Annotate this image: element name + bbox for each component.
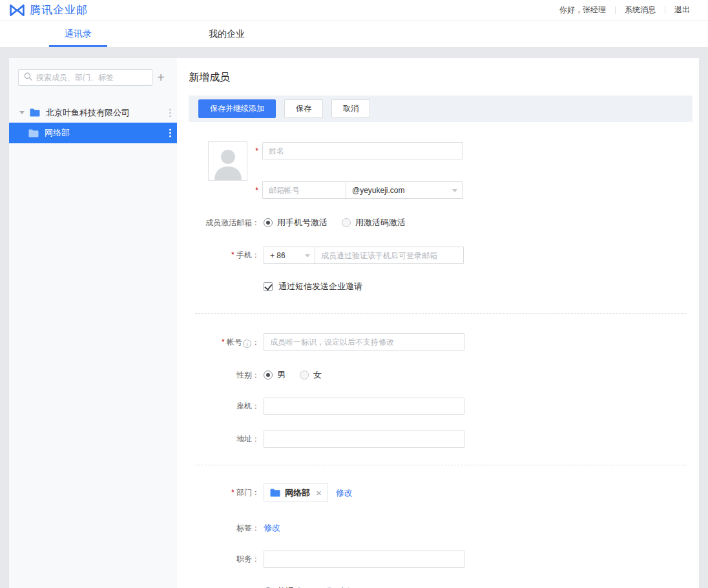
email-account-input[interactable] (262, 181, 346, 199)
required-mark: * (222, 338, 225, 347)
section-divider (195, 465, 686, 465)
department-row: * 部门： 网络部 × 修改 (189, 483, 692, 502)
account-label: * 帐号i： (189, 337, 260, 348)
name-input[interactable] (262, 142, 463, 159)
required-mark: * (231, 488, 234, 497)
address-row: 地址： (189, 431, 692, 448)
department-tag-name: 网络部 (285, 487, 310, 499)
department-name: 网络部 (45, 127, 70, 139)
department-label: * 部门： (189, 487, 260, 498)
address-label: 地址： (189, 434, 260, 445)
company-name: 北京叶鱼科技有限公司 (46, 107, 130, 119)
sms-invite-row: 通过短信发送企业邀请 (264, 281, 692, 292)
more-menu-icon[interactable] (169, 128, 171, 139)
edit-department-link[interactable]: 修改 (336, 487, 353, 499)
header-user-area: 你好，张经理 系统消息 退出 (550, 5, 699, 15)
required-mark: * (231, 250, 234, 259)
account-row: * 帐号i： (189, 333, 692, 351)
form-toolbar: 保存并继续添加 保存 取消 (189, 96, 692, 122)
remove-department-icon[interactable]: × (316, 488, 322, 498)
activate-by-phone-label: 用手机号激活 (277, 217, 328, 228)
job-title-input[interactable] (264, 551, 464, 568)
folder-icon (28, 129, 39, 137)
sms-invite-label: 通过短信发送企业邀请 (278, 281, 362, 292)
sms-invite-checkbox[interactable] (264, 282, 273, 291)
tab-contacts[interactable]: 通讯录 (49, 21, 107, 47)
gender-male-label: 男 (277, 369, 286, 381)
collapse-caret-icon[interactable] (19, 111, 25, 114)
more-menu-icon[interactable] (169, 107, 171, 118)
main-tabbar: 通讯录 我的企业 (0, 21, 708, 47)
org-sidebar: + 北京叶鱼科技有限公司 网络部 (9, 58, 177, 588)
sidebar-search-row: + (18, 69, 169, 86)
email-domain-value: @yeyukeji.com (352, 186, 405, 195)
org-tree: 北京叶鱼科技有限公司 网络部 (9, 103, 177, 143)
top-header: 腾讯企业邮 你好，张经理 系统消息 退出 (0, 0, 708, 21)
save-and-continue-button[interactable]: 保存并继续添加 (198, 99, 276, 118)
department-tag: 网络部 × (264, 483, 328, 502)
avatar-section: * * @yeyukeji.com (189, 141, 692, 199)
email-domain-select[interactable]: @yeyukeji.com (346, 181, 463, 199)
country-code-value: + 86 (270, 251, 286, 260)
phone-row: * 手机： + 86 (189, 247, 692, 264)
user-greeting[interactable]: 你好，张经理 (550, 5, 615, 15)
activate-by-code-radio[interactable] (342, 218, 351, 227)
gender-label: 性别： (189, 370, 260, 381)
landline-row: 座机： (189, 398, 692, 415)
system-message-link[interactable]: 系统消息 (616, 5, 665, 15)
email-row: * @yeyukeji.com (247, 181, 463, 199)
cancel-button[interactable]: 取消 (331, 99, 370, 118)
add-member-panel: 新增成员 保存并继续添加 保存 取消 * * (177, 58, 699, 588)
logo-text: 腾讯企业邮 (30, 3, 88, 17)
tags-row: 标签： 修改 (189, 522, 692, 534)
account-input[interactable] (264, 333, 464, 351)
tags-label: 标签： (189, 523, 260, 534)
search-box[interactable] (18, 69, 152, 86)
save-button[interactable]: 保存 (284, 99, 323, 118)
tree-node-department[interactable]: 网络部 (9, 123, 177, 143)
section-divider (195, 313, 686, 314)
avatar-placeholder[interactable] (208, 141, 247, 181)
add-department-button[interactable]: + (152, 69, 169, 86)
info-icon[interactable]: i (243, 340, 251, 348)
phone-input[interactable] (315, 247, 464, 264)
gender-row: 性别： 男 女 (189, 369, 692, 381)
activate-by-phone-radio[interactable] (264, 218, 273, 227)
name-row: * (247, 142, 463, 159)
folder-icon (270, 489, 280, 497)
job-title-label: 职务： (189, 554, 260, 565)
landline-input[interactable] (264, 398, 464, 415)
search-input[interactable] (36, 73, 147, 82)
activate-by-code-label: 用激活码激活 (355, 217, 406, 228)
logout-link[interactable]: 退出 (665, 5, 699, 15)
search-icon (24, 72, 32, 83)
person-silhouette-icon (213, 147, 243, 180)
job-title-row: 职务： (189, 551, 692, 568)
content-card: + 北京叶鱼科技有限公司 网络部 新增成员 保存并继续添加 (9, 58, 699, 588)
activation-label: 成员激活邮箱： (189, 218, 260, 228)
gender-female-radio[interactable] (300, 370, 309, 380)
exmail-logo-icon (9, 4, 25, 17)
activation-row: 成员激活邮箱： 用手机号激活 用激活码激活 (189, 217, 692, 228)
address-input[interactable] (264, 431, 464, 448)
country-code-select[interactable]: + 86 (264, 247, 315, 264)
folder-icon (30, 108, 40, 117)
tab-my-company[interactable]: 我的企业 (198, 21, 256, 47)
required-mark: * (247, 186, 258, 195)
app-logo[interactable]: 腾讯企业邮 (9, 3, 88, 17)
gender-male-radio[interactable] (264, 370, 273, 380)
required-mark: * (247, 147, 258, 156)
page-title: 新增成员 (189, 71, 692, 85)
gender-female-label: 女 (313, 369, 322, 381)
landline-label: 座机： (189, 401, 260, 412)
phone-label: * 手机： (189, 250, 260, 261)
tree-node-company[interactable]: 北京叶鱼科技有限公司 (9, 103, 177, 123)
edit-tags-link[interactable]: 修改 (264, 522, 280, 534)
